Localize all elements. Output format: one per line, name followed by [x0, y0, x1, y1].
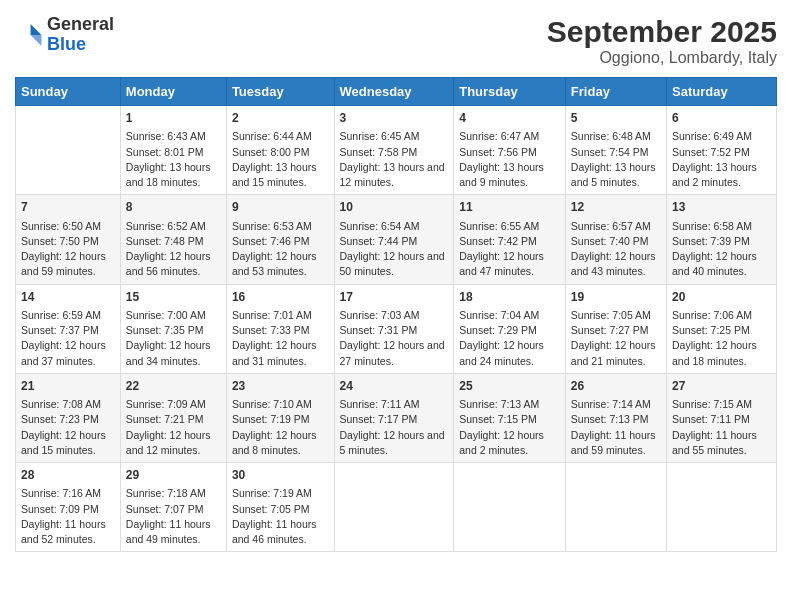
calendar-week-row: 1 Sunrise: 6:43 AMSunset: 8:01 PMDayligh… — [16, 106, 777, 195]
calendar-cell — [454, 463, 566, 552]
cell-content: Sunrise: 7:08 AMSunset: 7:23 PMDaylight:… — [21, 397, 115, 458]
cell-content: Sunrise: 7:01 AMSunset: 7:33 PMDaylight:… — [232, 308, 329, 369]
calendar-cell: 17 Sunrise: 7:03 AMSunset: 7:31 PMDaylig… — [334, 284, 454, 373]
cell-content: Sunrise: 6:45 AMSunset: 7:58 PMDaylight:… — [340, 129, 449, 190]
header-cell: Thursday — [454, 78, 566, 106]
cell-content: Sunrise: 6:53 AMSunset: 7:46 PMDaylight:… — [232, 219, 329, 280]
calendar-cell: 26 Sunrise: 7:14 AMSunset: 7:13 PMDaylig… — [565, 373, 666, 462]
svg-marker-1 — [31, 35, 42, 46]
calendar-week-row: 21 Sunrise: 7:08 AMSunset: 7:23 PMDaylig… — [16, 373, 777, 462]
calendar-cell: 18 Sunrise: 7:04 AMSunset: 7:29 PMDaylig… — [454, 284, 566, 373]
cell-content: Sunrise: 7:10 AMSunset: 7:19 PMDaylight:… — [232, 397, 329, 458]
header-cell: Saturday — [667, 78, 777, 106]
cell-content: Sunrise: 6:43 AMSunset: 8:01 PMDaylight:… — [126, 129, 221, 190]
cell-content: Sunrise: 7:18 AMSunset: 7:07 PMDaylight:… — [126, 486, 221, 547]
day-number: 19 — [571, 289, 661, 306]
cell-content: Sunrise: 7:13 AMSunset: 7:15 PMDaylight:… — [459, 397, 560, 458]
day-number: 24 — [340, 378, 449, 395]
cell-content: Sunrise: 7:15 AMSunset: 7:11 PMDaylight:… — [672, 397, 771, 458]
svg-marker-0 — [31, 24, 42, 35]
day-number: 4 — [459, 110, 560, 127]
calendar-table: SundayMondayTuesdayWednesdayThursdayFrid… — [15, 77, 777, 552]
calendar-cell — [334, 463, 454, 552]
logo: General Blue — [15, 15, 114, 55]
calendar-cell: 20 Sunrise: 7:06 AMSunset: 7:25 PMDaylig… — [667, 284, 777, 373]
day-number: 27 — [672, 378, 771, 395]
page-header: General Blue September 2025 Oggiono, Lom… — [15, 15, 777, 67]
day-number: 29 — [126, 467, 221, 484]
calendar-cell: 21 Sunrise: 7:08 AMSunset: 7:23 PMDaylig… — [16, 373, 121, 462]
cell-content: Sunrise: 6:44 AMSunset: 8:00 PMDaylight:… — [232, 129, 329, 190]
header-cell: Sunday — [16, 78, 121, 106]
day-number: 21 — [21, 378, 115, 395]
calendar-cell: 22 Sunrise: 7:09 AMSunset: 7:21 PMDaylig… — [120, 373, 226, 462]
cell-content: Sunrise: 7:16 AMSunset: 7:09 PMDaylight:… — [21, 486, 115, 547]
day-number: 20 — [672, 289, 771, 306]
day-number: 12 — [571, 199, 661, 216]
calendar-cell: 13 Sunrise: 6:58 AMSunset: 7:39 PMDaylig… — [667, 195, 777, 284]
calendar-cell: 25 Sunrise: 7:13 AMSunset: 7:15 PMDaylig… — [454, 373, 566, 462]
cell-content: Sunrise: 7:05 AMSunset: 7:27 PMDaylight:… — [571, 308, 661, 369]
day-number: 26 — [571, 378, 661, 395]
cell-content: Sunrise: 7:11 AMSunset: 7:17 PMDaylight:… — [340, 397, 449, 458]
cell-content: Sunrise: 7:06 AMSunset: 7:25 PMDaylight:… — [672, 308, 771, 369]
calendar-cell: 27 Sunrise: 7:15 AMSunset: 7:11 PMDaylig… — [667, 373, 777, 462]
day-number: 13 — [672, 199, 771, 216]
calendar-cell: 9 Sunrise: 6:53 AMSunset: 7:46 PMDayligh… — [226, 195, 334, 284]
day-number: 15 — [126, 289, 221, 306]
day-number: 1 — [126, 110, 221, 127]
calendar-cell: 8 Sunrise: 6:52 AMSunset: 7:48 PMDayligh… — [120, 195, 226, 284]
cell-content: Sunrise: 6:52 AMSunset: 7:48 PMDaylight:… — [126, 219, 221, 280]
logo-line1: General — [47, 14, 114, 34]
cell-content: Sunrise: 7:03 AMSunset: 7:31 PMDaylight:… — [340, 308, 449, 369]
calendar-cell — [565, 463, 666, 552]
header-cell: Monday — [120, 78, 226, 106]
calendar-cell: 24 Sunrise: 7:11 AMSunset: 7:17 PMDaylig… — [334, 373, 454, 462]
calendar-cell: 16 Sunrise: 7:01 AMSunset: 7:33 PMDaylig… — [226, 284, 334, 373]
calendar-cell: 10 Sunrise: 6:54 AMSunset: 7:44 PMDaylig… — [334, 195, 454, 284]
calendar-week-row: 14 Sunrise: 6:59 AMSunset: 7:37 PMDaylig… — [16, 284, 777, 373]
logo-line2: Blue — [47, 34, 86, 54]
calendar-cell: 30 Sunrise: 7:19 AMSunset: 7:05 PMDaylig… — [226, 463, 334, 552]
cell-content: Sunrise: 6:49 AMSunset: 7:52 PMDaylight:… — [672, 129, 771, 190]
cell-content: Sunrise: 6:58 AMSunset: 7:39 PMDaylight:… — [672, 219, 771, 280]
day-number: 16 — [232, 289, 329, 306]
calendar-cell: 7 Sunrise: 6:50 AMSunset: 7:50 PMDayligh… — [16, 195, 121, 284]
day-number: 7 — [21, 199, 115, 216]
calendar-week-row: 7 Sunrise: 6:50 AMSunset: 7:50 PMDayligh… — [16, 195, 777, 284]
calendar-cell: 2 Sunrise: 6:44 AMSunset: 8:00 PMDayligh… — [226, 106, 334, 195]
day-number: 23 — [232, 378, 329, 395]
header-cell: Wednesday — [334, 78, 454, 106]
calendar-cell: 23 Sunrise: 7:10 AMSunset: 7:19 PMDaylig… — [226, 373, 334, 462]
calendar-cell: 4 Sunrise: 6:47 AMSunset: 7:56 PMDayligh… — [454, 106, 566, 195]
calendar-cell: 14 Sunrise: 6:59 AMSunset: 7:37 PMDaylig… — [16, 284, 121, 373]
logo-text: General Blue — [47, 15, 114, 55]
cell-content: Sunrise: 6:48 AMSunset: 7:54 PMDaylight:… — [571, 129, 661, 190]
calendar-cell: 3 Sunrise: 6:45 AMSunset: 7:58 PMDayligh… — [334, 106, 454, 195]
day-number: 14 — [21, 289, 115, 306]
day-number: 8 — [126, 199, 221, 216]
calendar-cell: 19 Sunrise: 7:05 AMSunset: 7:27 PMDaylig… — [565, 284, 666, 373]
day-number: 3 — [340, 110, 449, 127]
calendar-cell: 11 Sunrise: 6:55 AMSunset: 7:42 PMDaylig… — [454, 195, 566, 284]
cell-content: Sunrise: 6:54 AMSunset: 7:44 PMDaylight:… — [340, 219, 449, 280]
day-number: 25 — [459, 378, 560, 395]
cell-content: Sunrise: 7:19 AMSunset: 7:05 PMDaylight:… — [232, 486, 329, 547]
calendar-week-row: 28 Sunrise: 7:16 AMSunset: 7:09 PMDaylig… — [16, 463, 777, 552]
calendar-cell: 12 Sunrise: 6:57 AMSunset: 7:40 PMDaylig… — [565, 195, 666, 284]
cell-content: Sunrise: 7:04 AMSunset: 7:29 PMDaylight:… — [459, 308, 560, 369]
cell-content: Sunrise: 6:50 AMSunset: 7:50 PMDaylight:… — [21, 219, 115, 280]
page-subtitle: Oggiono, Lombardy, Italy — [547, 49, 777, 67]
day-number: 9 — [232, 199, 329, 216]
day-number: 10 — [340, 199, 449, 216]
cell-content: Sunrise: 6:47 AMSunset: 7:56 PMDaylight:… — [459, 129, 560, 190]
day-number: 6 — [672, 110, 771, 127]
header-cell: Tuesday — [226, 78, 334, 106]
calendar-cell: 15 Sunrise: 7:00 AMSunset: 7:35 PMDaylig… — [120, 284, 226, 373]
header-row: SundayMondayTuesdayWednesdayThursdayFrid… — [16, 78, 777, 106]
day-number: 2 — [232, 110, 329, 127]
title-block: September 2025 Oggiono, Lombardy, Italy — [547, 15, 777, 67]
day-number: 18 — [459, 289, 560, 306]
calendar-cell: 6 Sunrise: 6:49 AMSunset: 7:52 PMDayligh… — [667, 106, 777, 195]
logo-icon — [15, 21, 43, 49]
